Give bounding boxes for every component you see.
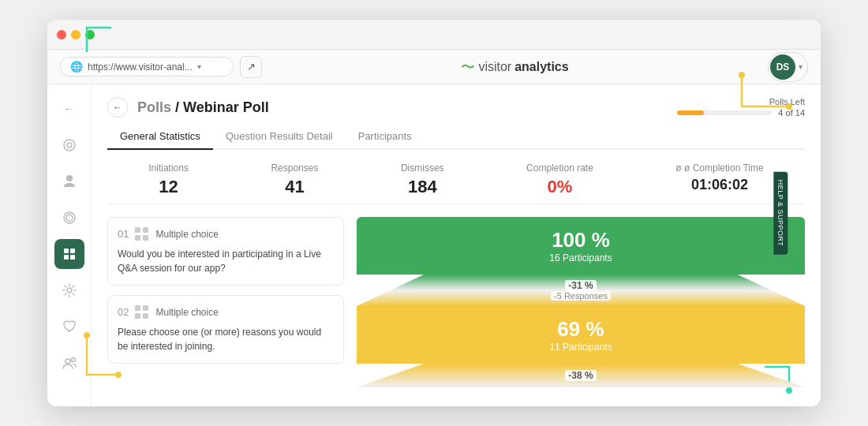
stat-label-responses: Responses bbox=[271, 163, 318, 174]
back-button[interactable]: ← bbox=[107, 97, 128, 118]
logo: 〜 visitoranalytics bbox=[461, 58, 568, 77]
svg-point-7 bbox=[64, 212, 75, 223]
svg-rect-10 bbox=[70, 248, 75, 253]
content-area: ← Polls / Webinar Poll Polls Left 4 of 1… bbox=[92, 84, 821, 406]
dot-red[interactable] bbox=[57, 30, 66, 39]
breadcrumb-prefix[interactable]: Polls bbox=[137, 99, 171, 115]
avatar-wrapper[interactable]: DS ▾ bbox=[768, 52, 808, 82]
sidebar-item-users[interactable] bbox=[54, 348, 84, 378]
question-text-1: Would you be interested in participating… bbox=[118, 247, 334, 275]
question-card-1-header: 01 Multiple choice bbox=[118, 227, 334, 241]
chart-percent-1: 100 % bbox=[552, 228, 610, 252]
app-window: 🌐 https://www.visitor-anal... ▾ ↗ 〜 visi… bbox=[47, 20, 821, 406]
polls-left-fill bbox=[677, 110, 704, 115]
questions-area: 01 Multiple choice Would you be interest… bbox=[107, 217, 805, 406]
page-header: ← Polls / Webinar Poll Polls Left 4 of 1… bbox=[107, 97, 805, 118]
stat-value-completion-rate: 0% bbox=[548, 177, 573, 197]
sidebar: ← bbox=[47, 84, 92, 406]
chart-sub-2: 11 Participants bbox=[549, 342, 612, 353]
breadcrumb-current: Webinar Poll bbox=[183, 99, 269, 115]
polls-left: Polls Left 4 of 14 bbox=[677, 97, 805, 118]
stat-responses: Responses 41 bbox=[271, 163, 318, 197]
logo-visit-text: visitor bbox=[478, 60, 511, 74]
logo-analytics-text: analytics bbox=[514, 60, 568, 74]
stat-label-initiations: Initiations bbox=[148, 163, 189, 174]
question-type-label-1: Multiple choice bbox=[155, 229, 218, 240]
question-number-1: 01 bbox=[118, 228, 129, 240]
address-text: https://www.visitor-anal... bbox=[88, 62, 193, 73]
dot-green[interactable] bbox=[85, 30, 95, 39]
stat-initiations: Initiations 12 bbox=[148, 163, 189, 197]
funnel-percent-1: -31 % bbox=[565, 280, 596, 291]
funnel-percent-2: -38 % bbox=[565, 370, 596, 381]
stat-label-dismisses: Dismisses bbox=[401, 163, 444, 174]
chart-percent-2: 69 % bbox=[557, 317, 604, 342]
polls-left-label: Polls Left bbox=[769, 97, 805, 106]
sidebar-item-settings[interactable] bbox=[54, 275, 84, 305]
stat-value-completion-time: 01:06:02 bbox=[691, 177, 748, 193]
dot-yellow[interactable] bbox=[71, 30, 80, 39]
logo-wave-icon: 〜 bbox=[461, 58, 475, 77]
polls-left-bar bbox=[677, 110, 772, 115]
tab-participants[interactable]: Participants bbox=[346, 124, 425, 150]
globe-icon: 🌐 bbox=[70, 61, 83, 73]
sidebar-item-overview[interactable] bbox=[54, 130, 84, 160]
svg-point-5 bbox=[64, 140, 75, 151]
tab-question-results[interactable]: Question Results Detail bbox=[213, 124, 346, 150]
svg-rect-11 bbox=[64, 255, 69, 260]
svg-point-8 bbox=[66, 215, 73, 221]
svg-rect-12 bbox=[70, 255, 75, 260]
question-number-2: 02 bbox=[118, 306, 129, 318]
tab-general-statistics[interactable]: General Statistics bbox=[107, 124, 213, 150]
stat-value-initiations: 12 bbox=[159, 177, 178, 197]
breadcrumb: Polls / Webinar Poll bbox=[137, 99, 269, 116]
addressbar: 🌐 https://www.visitor-anal... ▾ ↗ 〜 visi… bbox=[47, 50, 821, 84]
sidebar-item-back[interactable]: ← bbox=[54, 94, 84, 124]
svg-point-14 bbox=[71, 358, 75, 362]
question-type-label-2: Multiple choice bbox=[155, 307, 218, 318]
polls-left-bar-wrapper: 4 of 14 bbox=[677, 108, 805, 118]
question-card-1[interactable]: 01 Multiple choice Would you be interest… bbox=[107, 217, 344, 286]
chevron-down-icon: ▾ bbox=[197, 62, 201, 71]
breadcrumb-separator: / bbox=[175, 99, 183, 115]
chart-bar-2: 69 % 11 Participants bbox=[357, 306, 805, 364]
svg-rect-9 bbox=[64, 248, 69, 253]
chart-bar-1: 100 % 16 Participants bbox=[357, 217, 805, 275]
sidebar-item-funnels[interactable] bbox=[54, 203, 84, 233]
svg-point-13 bbox=[65, 359, 70, 364]
avatar: DS bbox=[770, 54, 795, 80]
question-text-2: Please choose one (or more) reasons you … bbox=[118, 325, 334, 353]
funnel-connector-inner-1: -31 % -5 Responses bbox=[551, 280, 611, 301]
address-bar-input[interactable]: 🌐 https://www.visitor-anal... ▾ bbox=[60, 57, 234, 77]
polls-left-count: 4 of 14 bbox=[778, 108, 805, 118]
funnel-sub-1: -5 Responses bbox=[551, 291, 611, 301]
svg-point-6 bbox=[67, 143, 72, 148]
main-layout: ← bbox=[47, 84, 821, 406]
titlebar bbox=[47, 20, 821, 50]
sidebar-item-favorites[interactable] bbox=[54, 312, 84, 342]
help-support-tab[interactable]: HELP & SUPPORT bbox=[774, 172, 788, 255]
stat-label-completion-time: ø ø Completion Time bbox=[675, 163, 763, 174]
chart-area: 100 % 16 Participants -31 % -5 Responses… bbox=[357, 217, 805, 406]
tabs-container: General Statistics Question Results Deta… bbox=[107, 124, 805, 150]
question-card-2-header: 02 Multiple choice bbox=[118, 305, 334, 319]
questions-list: 01 Multiple choice Would you be interest… bbox=[107, 217, 344, 406]
stat-dismisses: Dismisses 184 bbox=[401, 163, 444, 197]
stat-completion-time: ø ø Completion Time 01:06:02 bbox=[675, 163, 763, 197]
stat-value-dismisses: 184 bbox=[408, 177, 437, 197]
avatar-chevron-icon: ▾ bbox=[799, 62, 803, 71]
sidebar-item-polls[interactable] bbox=[54, 239, 84, 269]
question-card-2[interactable]: 02 Multiple choice Please choose one (or… bbox=[107, 295, 344, 364]
stat-label-completion-rate: Completion rate bbox=[526, 163, 593, 174]
funnel-connector-2: -38 % bbox=[357, 364, 805, 387]
question-type-icon-2 bbox=[135, 305, 149, 319]
chart-sub-1: 16 Participants bbox=[549, 252, 612, 263]
sidebar-item-visitors[interactable] bbox=[54, 166, 84, 196]
question-type-icon-1 bbox=[135, 227, 149, 241]
stat-completion-rate: Completion rate 0% bbox=[526, 163, 593, 197]
refresh-button[interactable]: ↗ bbox=[240, 56, 262, 78]
stats-row: Initiations 12 Responses 41 Dismisses 18… bbox=[107, 163, 805, 204]
stat-value-responses: 41 bbox=[285, 177, 304, 197]
funnel-connector-1: -31 % -5 Responses bbox=[357, 275, 805, 306]
